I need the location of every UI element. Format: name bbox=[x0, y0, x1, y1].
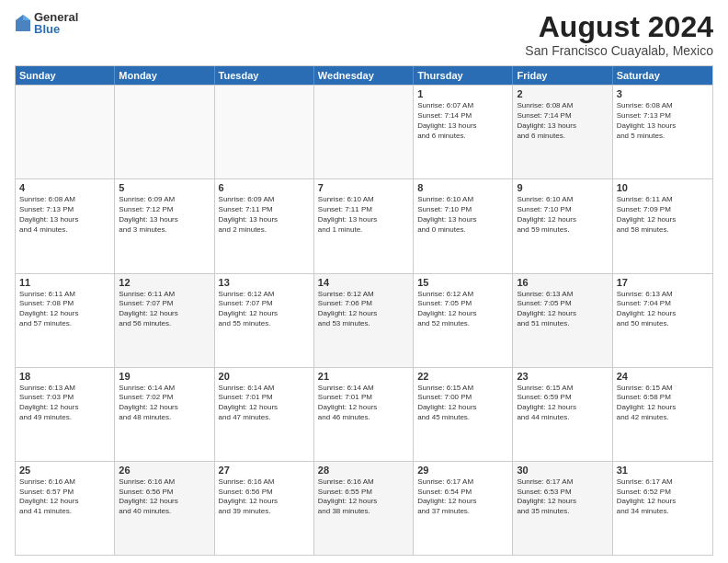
day-number: 31 bbox=[617, 465, 709, 476]
cell-info: Sunrise: 6:17 AM Sunset: 6:53 PM Dayligh… bbox=[517, 477, 608, 517]
cal-cell-22: 22Sunrise: 6:15 AM Sunset: 7:00 PM Dayli… bbox=[414, 368, 513, 461]
cell-info: Sunrise: 6:13 AM Sunset: 7:05 PM Dayligh… bbox=[517, 290, 608, 329]
day-number: 19 bbox=[119, 371, 210, 382]
day-number: 4 bbox=[19, 182, 110, 193]
logo-text: General Blue bbox=[34, 11, 78, 35]
day-number: 1 bbox=[417, 88, 508, 99]
cal-cell-20: 20Sunrise: 6:14 AM Sunset: 7:01 PM Dayli… bbox=[215, 368, 314, 461]
cell-info: Sunrise: 6:08 AM Sunset: 7:13 PM Dayligh… bbox=[617, 101, 709, 141]
cell-info: Sunrise: 6:11 AM Sunset: 7:08 PM Dayligh… bbox=[19, 290, 110, 329]
cell-info: Sunrise: 6:15 AM Sunset: 6:58 PM Dayligh… bbox=[617, 384, 709, 423]
logo-icon bbox=[15, 13, 31, 33]
day-number: 11 bbox=[19, 277, 110, 288]
cal-cell-28: 28Sunrise: 6:16 AM Sunset: 6:55 PM Dayli… bbox=[314, 462, 414, 555]
cell-info: Sunrise: 6:13 AM Sunset: 7:03 PM Dayligh… bbox=[19, 384, 110, 423]
cell-info: Sunrise: 6:08 AM Sunset: 7:14 PM Dayligh… bbox=[517, 101, 608, 141]
cal-cell-27: 27Sunrise: 6:16 AM Sunset: 6:56 PM Dayli… bbox=[215, 462, 314, 555]
cell-info: Sunrise: 6:13 AM Sunset: 7:04 PM Dayligh… bbox=[617, 290, 709, 329]
cal-cell-empty bbox=[215, 86, 314, 178]
cal-cell-15: 15Sunrise: 6:12 AM Sunset: 7:05 PM Dayli… bbox=[414, 274, 513, 367]
day-number: 17 bbox=[617, 277, 709, 288]
cell-info: Sunrise: 6:16 AM Sunset: 6:56 PM Dayligh… bbox=[219, 477, 310, 517]
day-number: 3 bbox=[617, 88, 709, 99]
cell-info: Sunrise: 6:16 AM Sunset: 6:57 PM Dayligh… bbox=[19, 477, 110, 517]
cal-cell-24: 24Sunrise: 6:15 AM Sunset: 6:58 PM Dayli… bbox=[613, 368, 712, 461]
cal-cell-18: 18Sunrise: 6:13 AM Sunset: 7:03 PM Dayli… bbox=[16, 368, 115, 461]
main-title: August 2024 bbox=[525, 11, 713, 43]
day-number: 7 bbox=[318, 182, 409, 193]
cal-cell-31: 31Sunrise: 6:17 AM Sunset: 6:52 PM Dayli… bbox=[613, 462, 712, 555]
cell-info: Sunrise: 6:09 AM Sunset: 7:12 PM Dayligh… bbox=[119, 195, 210, 235]
cell-info: Sunrise: 6:15 AM Sunset: 6:59 PM Dayligh… bbox=[517, 384, 608, 423]
cal-cell-8: 8Sunrise: 6:10 AM Sunset: 7:10 PM Daylig… bbox=[414, 179, 513, 272]
cell-info: Sunrise: 6:16 AM Sunset: 6:55 PM Dayligh… bbox=[318, 477, 409, 517]
cal-cell-26: 26Sunrise: 6:16 AM Sunset: 6:56 PM Dayli… bbox=[115, 462, 214, 555]
logo-blue-text: Blue bbox=[34, 23, 78, 35]
cal-cell-19: 19Sunrise: 6:14 AM Sunset: 7:02 PM Dayli… bbox=[115, 368, 214, 461]
cal-cell-17: 17Sunrise: 6:13 AM Sunset: 7:04 PM Dayli… bbox=[613, 274, 712, 367]
day-number: 6 bbox=[219, 182, 310, 193]
header: General Blue August 2024 San Francisco C… bbox=[15, 11, 713, 58]
cell-info: Sunrise: 6:15 AM Sunset: 7:00 PM Dayligh… bbox=[417, 384, 508, 423]
day-number: 30 bbox=[517, 465, 608, 476]
cal-cell-13: 13Sunrise: 6:12 AM Sunset: 7:07 PM Dayli… bbox=[215, 274, 314, 367]
day-number: 24 bbox=[617, 371, 709, 382]
cal-cell-6: 6Sunrise: 6:09 AM Sunset: 7:11 PM Daylig… bbox=[215, 179, 314, 272]
page: General Blue August 2024 San Francisco C… bbox=[0, 0, 728, 563]
cal-cell-30: 30Sunrise: 6:17 AM Sunset: 6:53 PM Dayli… bbox=[513, 462, 612, 555]
cal-cell-21: 21Sunrise: 6:14 AM Sunset: 7:01 PM Dayli… bbox=[314, 368, 414, 461]
cal-week-5: 25Sunrise: 6:16 AM Sunset: 6:57 PM Dayli… bbox=[16, 461, 712, 555]
day-number: 29 bbox=[417, 465, 508, 476]
cal-week-3: 11Sunrise: 6:11 AM Sunset: 7:08 PM Dayli… bbox=[16, 273, 712, 367]
cal-cell-9: 9Sunrise: 6:10 AM Sunset: 7:10 PM Daylig… bbox=[513, 179, 612, 272]
day-number: 21 bbox=[318, 371, 409, 382]
day-number: 12 bbox=[119, 277, 210, 288]
svg-marker-1 bbox=[23, 15, 30, 20]
cal-cell-1: 1Sunrise: 6:07 AM Sunset: 7:14 PM Daylig… bbox=[414, 86, 513, 178]
cell-info: Sunrise: 6:10 AM Sunset: 7:11 PM Dayligh… bbox=[318, 195, 409, 235]
cal-header-tuesday: Tuesday bbox=[215, 66, 314, 85]
title-block: August 2024 San Francisco Cuayalab, Mexi… bbox=[525, 11, 713, 58]
logo: General Blue bbox=[15, 11, 78, 35]
cal-cell-4: 4Sunrise: 6:08 AM Sunset: 7:13 PM Daylig… bbox=[16, 179, 115, 272]
day-number: 10 bbox=[617, 182, 709, 193]
day-number: 28 bbox=[318, 465, 409, 476]
day-number: 20 bbox=[219, 371, 310, 382]
cal-cell-25: 25Sunrise: 6:16 AM Sunset: 6:57 PM Dayli… bbox=[16, 462, 115, 555]
cal-week-4: 18Sunrise: 6:13 AM Sunset: 7:03 PM Dayli… bbox=[16, 367, 712, 461]
cell-info: Sunrise: 6:11 AM Sunset: 7:09 PM Dayligh… bbox=[617, 195, 709, 235]
cell-info: Sunrise: 6:10 AM Sunset: 7:10 PM Dayligh… bbox=[417, 195, 508, 235]
cell-info: Sunrise: 6:09 AM Sunset: 7:11 PM Dayligh… bbox=[219, 195, 310, 235]
cal-cell-empty bbox=[115, 86, 214, 178]
day-number: 14 bbox=[318, 277, 409, 288]
cal-header-saturday: Saturday bbox=[613, 66, 712, 85]
cell-info: Sunrise: 6:12 AM Sunset: 7:06 PM Dayligh… bbox=[318, 290, 409, 329]
day-number: 8 bbox=[417, 182, 508, 193]
cell-info: Sunrise: 6:14 AM Sunset: 7:02 PM Dayligh… bbox=[119, 384, 210, 423]
cell-info: Sunrise: 6:17 AM Sunset: 6:52 PM Dayligh… bbox=[617, 477, 709, 517]
cal-header-wednesday: Wednesday bbox=[314, 66, 414, 85]
cell-info: Sunrise: 6:10 AM Sunset: 7:10 PM Dayligh… bbox=[517, 195, 608, 235]
cal-header-sunday: Sunday bbox=[16, 66, 115, 85]
cell-info: Sunrise: 6:14 AM Sunset: 7:01 PM Dayligh… bbox=[219, 384, 310, 423]
day-number: 18 bbox=[19, 371, 110, 382]
cal-header-thursday: Thursday bbox=[414, 66, 513, 85]
day-number: 22 bbox=[417, 371, 508, 382]
cal-cell-12: 12Sunrise: 6:11 AM Sunset: 7:07 PM Dayli… bbox=[115, 274, 214, 367]
day-number: 16 bbox=[517, 277, 608, 288]
day-number: 23 bbox=[517, 371, 608, 382]
day-number: 25 bbox=[19, 465, 110, 476]
cal-cell-empty bbox=[16, 86, 115, 178]
cal-cell-16: 16Sunrise: 6:13 AM Sunset: 7:05 PM Dayli… bbox=[513, 274, 612, 367]
cal-cell-10: 10Sunrise: 6:11 AM Sunset: 7:09 PM Dayli… bbox=[613, 179, 712, 272]
day-number: 13 bbox=[219, 277, 310, 288]
cell-info: Sunrise: 6:08 AM Sunset: 7:13 PM Dayligh… bbox=[19, 195, 110, 235]
calendar-body: 1Sunrise: 6:07 AM Sunset: 7:14 PM Daylig… bbox=[16, 85, 712, 555]
day-number: 2 bbox=[517, 88, 608, 99]
cal-cell-14: 14Sunrise: 6:12 AM Sunset: 7:06 PM Dayli… bbox=[314, 274, 414, 367]
cell-info: Sunrise: 6:14 AM Sunset: 7:01 PM Dayligh… bbox=[318, 384, 409, 423]
day-number: 9 bbox=[517, 182, 608, 193]
cell-info: Sunrise: 6:12 AM Sunset: 7:05 PM Dayligh… bbox=[417, 290, 508, 329]
cell-info: Sunrise: 6:17 AM Sunset: 6:54 PM Dayligh… bbox=[417, 477, 508, 517]
cal-cell-3: 3Sunrise: 6:08 AM Sunset: 7:13 PM Daylig… bbox=[613, 86, 712, 178]
